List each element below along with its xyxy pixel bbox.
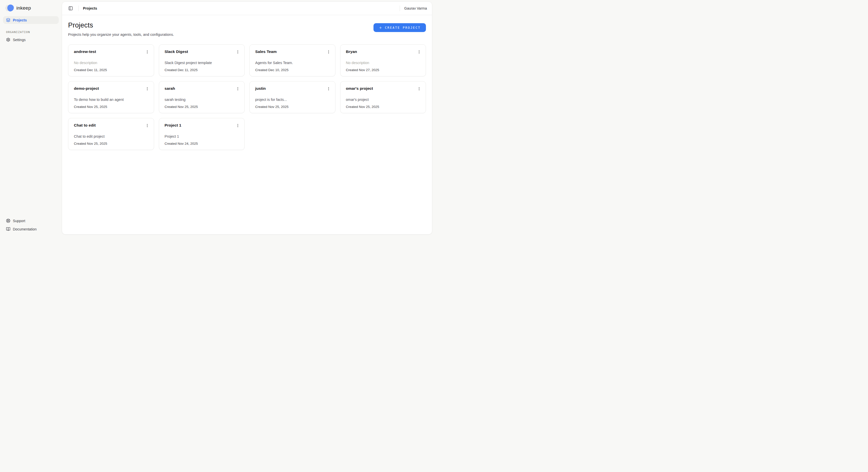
kebab-menu-icon bbox=[236, 124, 240, 128]
project-card-created: Created Dec 11, 2025 bbox=[74, 68, 107, 72]
plus-icon bbox=[379, 26, 382, 30]
main-panel: Projects Gaurav Varma Projects Projects … bbox=[62, 1, 432, 234]
kebab-menu-icon bbox=[327, 50, 331, 54]
project-card[interactable]: Chat to edit Chat to edit project Create… bbox=[68, 118, 154, 150]
page-title: Projects bbox=[68, 22, 174, 29]
sidebar-item-settings[interactable]: Settings bbox=[3, 36, 59, 43]
projects-grid: andrew-test No description Created Dec 1… bbox=[68, 44, 426, 150]
project-card-created: Created Nov 25, 2025 bbox=[74, 105, 107, 109]
organization-section-label: ORGANIZATION bbox=[6, 31, 56, 34]
project-card[interactable]: sarah sarah testing Created Nov 25, 2025 bbox=[159, 81, 245, 113]
inkeep-logo-icon bbox=[5, 4, 14, 11]
project-card-created: Created Dec 10, 2025 bbox=[255, 68, 288, 72]
create-project-button-label: CREATE PROJECT bbox=[385, 26, 421, 30]
project-card-title: Bryan bbox=[346, 50, 357, 54]
project-card-created: Created Nov 24, 2025 bbox=[165, 142, 198, 146]
page-subtitle: Projects help you organize your agents, … bbox=[68, 33, 174, 37]
kebab-menu-icon bbox=[327, 87, 331, 91]
project-card-title: omar's project bbox=[346, 86, 373, 91]
project-card-description: Chat to edit project bbox=[74, 134, 148, 138]
project-card-created: Created Nov 25, 2025 bbox=[74, 142, 107, 146]
project-card-created: Created Nov 25, 2025 bbox=[346, 105, 379, 109]
project-card-description: No description bbox=[346, 61, 421, 65]
project-card[interactable]: Bryan No description Created Nov 27, 202… bbox=[340, 44, 426, 76]
panel-left-icon bbox=[68, 6, 73, 10]
project-card[interactable]: Project 1 Project 1 Created Nov 24, 2025 bbox=[159, 118, 245, 150]
project-card-menu-button[interactable] bbox=[415, 49, 423, 56]
page-header: Projects Projects help you organize your… bbox=[68, 22, 426, 37]
project-card-menu-button[interactable] bbox=[144, 122, 151, 129]
kebab-menu-icon bbox=[145, 50, 149, 54]
project-card[interactable]: omar's project omar's project Created No… bbox=[340, 81, 426, 113]
kebab-menu-icon bbox=[145, 124, 149, 128]
project-card[interactable]: demo-project To demo how to build an age… bbox=[68, 81, 154, 113]
brand-logo[interactable]: inkeep bbox=[3, 2, 59, 13]
project-card-description: Slack Digest project template bbox=[165, 61, 239, 65]
sidebar-item-label: Settings bbox=[13, 38, 26, 42]
create-project-button[interactable]: CREATE PROJECT bbox=[373, 23, 426, 32]
project-card-description: omar's project bbox=[346, 98, 421, 102]
topbar-divider bbox=[79, 5, 79, 11]
sidebar-footer: Support Documentation bbox=[3, 217, 59, 233]
project-card-title: andrew-test bbox=[74, 50, 96, 54]
project-card-menu-button[interactable] bbox=[234, 49, 241, 56]
book-open-icon bbox=[6, 227, 10, 231]
project-card-title: Project 1 bbox=[165, 123, 181, 128]
sidebar-item-support[interactable]: Support bbox=[3, 217, 59, 225]
sidebar: inkeep Projects ORGANIZATION Settings Su… bbox=[0, 0, 62, 236]
project-card-description: project is for facts... bbox=[255, 98, 330, 102]
project-card-description: No description bbox=[74, 61, 148, 65]
project-card-menu-button[interactable] bbox=[325, 49, 332, 56]
sidebar-item-projects[interactable]: Projects bbox=[3, 16, 59, 24]
breadcrumb: Projects bbox=[83, 6, 97, 10]
project-card-description: To demo how to build an agent bbox=[74, 98, 148, 102]
layers-icon bbox=[6, 18, 10, 22]
project-card-created: Created Nov 25, 2025 bbox=[165, 105, 198, 109]
project-card-description: sarah testing bbox=[165, 98, 239, 102]
kebab-menu-icon bbox=[145, 87, 149, 91]
project-card-created: Created Nov 27, 2025 bbox=[346, 68, 379, 72]
project-card-menu-button[interactable] bbox=[415, 85, 423, 92]
sidebar-item-documentation[interactable]: Documentation bbox=[3, 225, 59, 233]
project-card-created: Created Dec 11, 2025 bbox=[165, 68, 198, 72]
topbar: Projects Gaurav Varma bbox=[62, 2, 432, 15]
project-card[interactable]: Slack Digest Slack Digest project templa… bbox=[159, 44, 245, 76]
project-card-title: Chat to edit bbox=[74, 123, 96, 128]
kebab-menu-icon bbox=[417, 87, 421, 91]
project-card-title: justin bbox=[255, 86, 266, 91]
project-card-title: Slack Digest bbox=[165, 50, 188, 54]
project-card-menu-button[interactable] bbox=[234, 122, 241, 129]
sidebar-item-label: Support bbox=[13, 219, 25, 223]
sidebar-item-label: Projects bbox=[13, 18, 27, 22]
project-card-menu-button[interactable] bbox=[144, 49, 151, 56]
project-card[interactable]: justin project is for facts... Created N… bbox=[249, 81, 335, 113]
lifebuoy-icon bbox=[6, 219, 10, 223]
kebab-menu-icon bbox=[417, 50, 421, 54]
project-card-menu-button[interactable] bbox=[144, 85, 151, 92]
sidebar-nav: Projects bbox=[3, 16, 59, 24]
project-card-title: sarah bbox=[165, 86, 175, 91]
content-area: Projects Projects help you organize your… bbox=[62, 15, 432, 156]
topbar-divider bbox=[400, 5, 400, 11]
project-card-menu-button[interactable] bbox=[325, 85, 332, 92]
user-menu[interactable]: Gaurav Varma bbox=[404, 6, 427, 10]
project-card-title: demo-project bbox=[74, 86, 99, 91]
project-card-title: Sales Team bbox=[255, 50, 277, 54]
project-card-description: Project 1 bbox=[165, 134, 239, 138]
project-card-created: Created Nov 25, 2025 bbox=[255, 105, 288, 109]
project-card[interactable]: andrew-test No description Created Dec 1… bbox=[68, 44, 154, 76]
kebab-menu-icon bbox=[236, 87, 240, 91]
sidebar-item-label: Documentation bbox=[13, 227, 37, 231]
project-card-menu-button[interactable] bbox=[234, 85, 241, 92]
gear-icon bbox=[6, 38, 10, 42]
brand-wordmark: inkeep bbox=[17, 5, 31, 11]
project-card[interactable]: Sales Team Agents for Sales Team. Create… bbox=[249, 44, 335, 76]
sidebar-toggle-button[interactable] bbox=[67, 5, 74, 12]
kebab-menu-icon bbox=[236, 50, 240, 54]
project-card-description: Agents for Sales Team. bbox=[255, 61, 330, 65]
